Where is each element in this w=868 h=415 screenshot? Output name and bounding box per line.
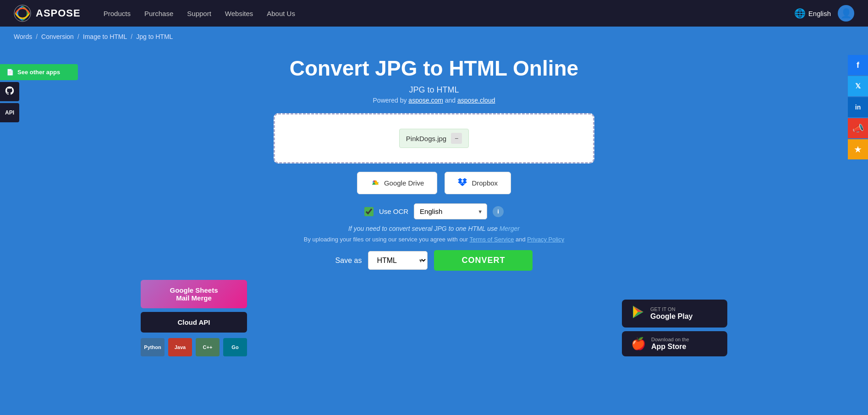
megaphone-icon: 📣 [852,123,864,134]
merger-hint: If you need to convert several JPG to on… [348,225,520,232]
google-play-icon [631,305,645,322]
tech-badge-cpp: C++ [196,338,220,356]
breadcrumb-conversion[interactable]: Conversion [41,33,74,40]
facebook-share-button[interactable]: f [848,55,868,75]
nav-links: Products Purchase Support Websites About… [104,10,780,17]
merger-link[interactable]: Merger [500,225,520,232]
convert-button[interactable]: CONVERT [434,250,533,271]
save-as-label: Save as [335,257,362,265]
see-other-apps-button[interactable]: 📄 See other apps [0,64,78,80]
upload-dropzone[interactable]: PinkDogs.jpg − [274,113,594,164]
api-label: API [5,109,14,116]
remove-file-button[interactable]: − [451,133,462,144]
nav-about[interactable]: About Us [267,10,295,17]
format-dropdown[interactable]: HTML PDF DOCX PNG JPEG TIFF [368,251,428,270]
main-content: Convert JPG to HTML Online JPG to HTML P… [0,47,868,366]
uploaded-file-badge: PinkDogs.jpg − [399,129,469,148]
ocr-checkbox[interactable] [364,207,374,216]
logo-area[interactable]: ASPOSE [14,5,81,22]
logo-text: ASPOSE [36,7,81,19]
powered-by-and: and [443,97,457,104]
dropbox-label: Dropbox [472,179,498,187]
github-icon [5,86,15,98]
cloud-api-button[interactable]: Cloud API [141,312,247,333]
svg-point-0 [14,5,31,22]
linkedin-icon: in [855,104,861,111]
nav-websites[interactable]: Websites [225,10,253,17]
breadcrumb-image-to-html[interactable]: Image to HTML [83,33,127,40]
page-title: Convert JPG to HTML Online [290,56,578,81]
language-selector[interactable]: 🌐 English [794,8,831,19]
apple-main-text: App Store [651,343,689,351]
privacy-policy-link[interactable]: Privacy Policy [527,236,564,243]
merger-hint-text: If you need to convert several JPG to on… [348,225,500,232]
google-play-main-text: Google Play [650,312,692,321]
uploaded-filename: PinkDogs.jpg [406,135,446,142]
language-label: English [808,10,831,17]
left-sidebar: 📄 See other apps API [0,64,78,122]
breadcrumb-words[interactable]: Words [14,33,32,40]
page-subtitle: JPG to HTML [409,85,459,95]
ocr-label: Use OCR [379,208,408,215]
tos-text: By uploading your files or using our ser… [304,236,564,243]
api-button[interactable]: API [0,103,19,122]
ocr-info-button[interactable]: i [493,206,504,217]
twitter-icon: 𝕏 [855,82,861,90]
google-play-top-text: GET IT ON [650,306,692,312]
google-sheets-line1: Google Sheets [154,286,234,294]
breadcrumb-sep-1: / [36,33,38,40]
linkedin-share-button[interactable]: in [848,97,868,117]
powered-by-text: Powered by aspose.com and aspose.cloud [373,97,495,104]
store-buttons: GET IT ON Google Play 🍎 Download on the … [622,300,727,356]
apple-store-text: Download on the App Store [651,337,689,351]
google-drive-button[interactable]: Google Drive [357,172,438,194]
google-drive-label: Google Drive [384,179,424,187]
app-cards-left: Google Sheets Mail Merge Cloud API Pytho… [141,280,247,356]
breadcrumb: Words / Conversion / Image to HTML / Jpg… [0,27,868,47]
bottom-section: Google Sheets Mail Merge Cloud API Pytho… [113,280,755,356]
nav-support[interactable]: Support [187,10,211,17]
tech-badge-go: Go [223,338,247,356]
dropbox-button[interactable]: Dropbox [445,172,511,194]
ocr-language-dropdown[interactable]: English French German Spanish Italian Po… [414,203,487,219]
breadcrumb-sep-3: / [131,33,132,40]
tos-prefix: By uploading your files or using our ser… [304,236,470,243]
github-button[interactable] [0,82,19,101]
aspose-logo-icon [14,5,31,22]
cloud-api-label: Cloud API [177,318,210,326]
twitter-share-button[interactable]: 𝕏 [848,76,868,96]
breadcrumb-jpg-to-html[interactable]: Jpg to HTML [136,33,173,40]
see-other-apps-label: See other apps [17,69,60,76]
apple-store-button[interactable]: 🍎 Download on the App Store [622,331,727,356]
google-play-text: GET IT ON Google Play [650,306,692,321]
star-button[interactable]: ★ [848,139,868,159]
google-sheets-mail-merge-button[interactable]: Google Sheets Mail Merge [141,280,247,308]
dropbox-icon [458,177,467,189]
globe-icon: 🌐 [794,8,806,19]
tos-link[interactable]: Terms of Service [470,236,514,243]
star-icon: ★ [854,144,862,155]
facebook-icon: f [857,60,859,70]
google-drive-icon [370,177,379,189]
tech-icons-row: Python Java C++ Go [141,338,247,356]
format-dropdown-wrapper: HTML PDF DOCX PNG JPEG TIFF [368,251,428,270]
aspose-com-link[interactable]: aspose.com [408,97,443,104]
tech-badge-java: Java [168,338,192,356]
aspose-cloud-link[interactable]: aspose.cloud [457,97,495,104]
right-sidebar: f 𝕏 in 📣 ★ [848,55,868,159]
megaphone-button[interactable]: 📣 [848,118,868,138]
user-icon: 👤 [841,8,852,19]
ocr-options-row: Use OCR English French German Spanish It… [364,203,504,219]
apple-top-text: Download on the [651,337,689,343]
google-play-button[interactable]: GET IT ON Google Play [622,300,727,328]
breadcrumb-sep-2: / [77,33,79,40]
convert-options-row: Save as HTML PDF DOCX PNG JPEG TIFF CONV… [335,250,533,271]
see-other-apps-icon: 📄 [6,69,14,76]
powered-by-prefix: Powered by [373,97,409,104]
nav-purchase[interactable]: Purchase [144,10,173,17]
google-sheets-line2: Mail Merge [154,294,234,302]
navbar: ASPOSE Products Purchase Support Website… [0,0,868,27]
user-profile-button[interactable]: 👤 [838,5,854,22]
cloud-upload-buttons: Google Drive Dropbox [357,172,511,194]
nav-products[interactable]: Products [104,10,131,17]
